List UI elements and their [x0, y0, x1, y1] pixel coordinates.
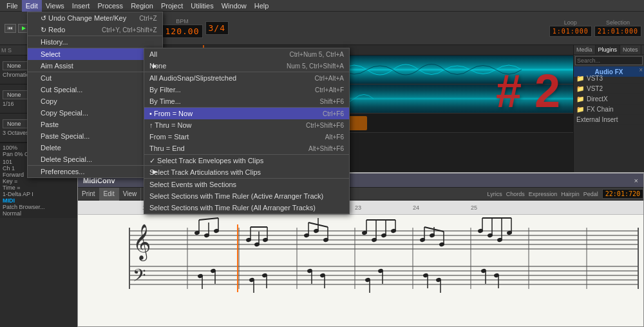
- select-from-now[interactable]: • From = Now Ctrl+F6: [144, 108, 349, 119]
- select-from-now-shortcut: Ctrl+F6: [323, 110, 344, 117]
- select-sections-all[interactable]: Select Sections with Time Ruler (All Arr…: [144, 202, 349, 213]
- select-thru-end[interactable]: Thru = End Alt+Shift+F6: [144, 143, 349, 154]
- history-label: History...: [41, 38, 68, 46]
- plugin-fxchain[interactable]: 📁 FX Chain: [574, 104, 644, 115]
- select-all[interactable]: All Ctrl+Num 5, Ctrl+A: [144, 48, 349, 60]
- notation-content[interactable]: 𝄞 𝄢: [78, 215, 643, 327]
- rewind-btn[interactable]: ⏮: [5, 24, 16, 33]
- select-track-artic-label: Select Track Articulations with Clips: [149, 168, 261, 176]
- notation-expr-btn[interactable]: Expression: [529, 191, 558, 197]
- select-time-shortcut: Shift+F6: [319, 98, 344, 105]
- select-from-start[interactable]: From = Start Alt+F6: [144, 131, 349, 143]
- hash-label: # 2: [496, 64, 560, 117]
- plugin-external[interactable]: External Insert: [574, 115, 644, 125]
- select-all-label: All: [149, 50, 157, 58]
- menu-paste[interactable]: Paste: [28, 119, 162, 130]
- menu-redo[interactable]: ↻ Redo Ctrl+Y, Ctrl+Shift+Z: [28, 24, 162, 35]
- select-none[interactable]: None Num 5, Ctrl+Shift+A: [144, 60, 349, 72]
- notation-tab-edit[interactable]: Edit: [100, 188, 119, 201]
- tab-notes[interactable]: Notes: [620, 45, 641, 54]
- svg-line-28: [199, 218, 218, 220]
- bpm-value[interactable]: 120.00: [162, 25, 203, 38]
- select-none-shortcut: Num 5, Ctrl+Shift+A: [287, 63, 344, 70]
- menu-paste-special[interactable]: Paste Special...: [28, 130, 162, 142]
- delete-label: Delete: [41, 144, 61, 152]
- menu-copy[interactable]: Copy: [28, 95, 162, 107]
- delete-special-label: Delete Special...: [41, 155, 92, 163]
- select-filter-shortcut: Ctrl+Alt+F: [315, 86, 344, 94]
- select-thru-now[interactable]: ↑ Thru = Now Ctrl+Shift+F6: [144, 119, 349, 131]
- select-submenu[interactable]: All Ctrl+Num 5, Ctrl+A None Num 5, Ctrl+…: [144, 48, 350, 214]
- select-audiosnap-label: All AudioSnap/Slipstretched: [149, 74, 236, 82]
- menu-help[interactable]: Help: [251, 0, 273, 12]
- svg-text:𝄢: 𝄢: [133, 266, 146, 289]
- plugin-vst2[interactable]: 📁 VST2: [574, 84, 644, 94]
- menu-file[interactable]: File: [3, 0, 22, 12]
- menu-views[interactable]: Views: [42, 0, 68, 12]
- menu-cut-special[interactable]: Cut Special...: [28, 84, 162, 95]
- notation-top-tools: Lyrics Chords Expression Hairpin Pedal 2…: [488, 189, 643, 199]
- tab-plugins[interactable]: Plugins: [596, 45, 621, 54]
- notation-hairpin-btn[interactable]: Hairpin: [561, 191, 580, 197]
- undo-label: ↺ Undo Change Meter/Key: [41, 14, 126, 23]
- menu-project[interactable]: Project: [157, 0, 187, 12]
- menu-copy-special[interactable]: Copy Special...: [28, 107, 162, 119]
- notation-pedal-btn[interactable]: Pedal: [583, 191, 598, 197]
- staff-svg: 𝄞 𝄢: [78, 215, 643, 327]
- menu-history[interactable]: History...: [28, 36, 162, 48]
- select-sections-active-label: Select Sections with Time Ruler (Active …: [149, 192, 323, 200]
- aim-assist-arrow-icon: ▶: [153, 63, 157, 69]
- menu-preferences[interactable]: Preferences... ▶: [28, 166, 162, 177]
- menu-insert[interactable]: Insert: [68, 0, 94, 12]
- redo-shortcut: Ctrl+Y, Ctrl+Shift+Z: [102, 26, 157, 34]
- notation-chords-btn[interactable]: Chords: [506, 191, 525, 197]
- notation-lyrics-btn[interactable]: Lyrics: [488, 191, 502, 197]
- key-label: Key =: [3, 178, 80, 184]
- plugin-dx-label: DirectX: [587, 95, 608, 103]
- menu-bar: File Edit Views Insert Process Region Pr…: [0, 0, 644, 12]
- normal-label: Normal: [3, 210, 80, 217]
- select-track-artic[interactable]: Select Track Articulations with Clips: [144, 166, 349, 178]
- select-audiosnap-shortcut: Ctrl+Alt+A: [314, 75, 344, 82]
- menu-aim-assist[interactable]: Aim Assist ▶: [28, 60, 162, 72]
- menu-window[interactable]: Window: [218, 0, 251, 12]
- loop-label: Loop: [564, 19, 577, 26]
- delta-label: 1-Delta AP I: [3, 191, 80, 197]
- fx-close-icon[interactable]: ×: [638, 66, 644, 74]
- svg-text:𝄞: 𝄞: [133, 224, 151, 261]
- menu-undo[interactable]: ↺ Undo Change Meter/Key Ctrl+Z: [28, 12, 162, 24]
- menu-cut[interactable]: Cut: [28, 72, 162, 84]
- aim-assist-label: Aim Assist: [41, 62, 73, 70]
- menu-delete[interactable]: Delete: [28, 142, 162, 154]
- select-filter[interactable]: By Filter... Ctrl+Alt+F: [144, 84, 349, 95]
- notation-tab-print[interactable]: Print: [78, 188, 100, 201]
- plugin-fx-label: FX Chain: [587, 106, 614, 113]
- notation-close-btn[interactable]: ×: [634, 177, 641, 184]
- menu-process[interactable]: Process: [93, 0, 127, 12]
- menu-utilities[interactable]: Utilities: [187, 0, 217, 12]
- paste-special-label: Paste Special...: [41, 132, 90, 140]
- select-time[interactable]: By Time... Shift+F6: [144, 95, 349, 107]
- loop-time: 1:01:000: [549, 26, 592, 37]
- menu-edit[interactable]: Edit: [22, 0, 42, 12]
- preferences-arrow-icon: ▶: [153, 168, 157, 175]
- select-track-envelopes[interactable]: ✓ Select Track Envelopes with Clips: [144, 155, 349, 166]
- select-sections-active[interactable]: Select Sections with Time Ruler (Active …: [144, 190, 349, 202]
- menu-delete-special[interactable]: Delete Special...: [28, 154, 162, 165]
- select-sections-all-label: Select Sections with Time Ruler (All Arr…: [149, 204, 316, 212]
- menu-select[interactable]: Select ▶ All Ctrl+Num 5, Ctrl+A None Num…: [28, 48, 162, 60]
- notation-tab-view[interactable]: View: [119, 188, 142, 201]
- undo-shortcut: Ctrl+Z: [139, 15, 157, 22]
- edit-menu[interactable]: ↺ Undo Change Meter/Key Ctrl+Z ↻ Redo Ct…: [27, 12, 163, 178]
- right-panel-tabs: Media Plugins Notes: [574, 45, 644, 55]
- select-events-sections[interactable]: Select Events with Sections: [144, 179, 349, 190]
- select-audiosnap[interactable]: All AudioSnap/Slipstretched Ctrl+Alt+A: [144, 72, 349, 84]
- loop-section: Loop 1:01:000: [549, 19, 592, 37]
- preferences-label: Preferences...: [41, 168, 84, 175]
- menu-region[interactable]: Region: [127, 0, 157, 12]
- meter-value[interactable]: 3/4: [205, 21, 229, 35]
- plugin-search-input[interactable]: [575, 56, 643, 65]
- plugin-directx[interactable]: 📁 DirectX: [574, 94, 644, 104]
- tab-media[interactable]: Media: [574, 45, 596, 54]
- folder-dx-icon: 📁: [576, 95, 584, 103]
